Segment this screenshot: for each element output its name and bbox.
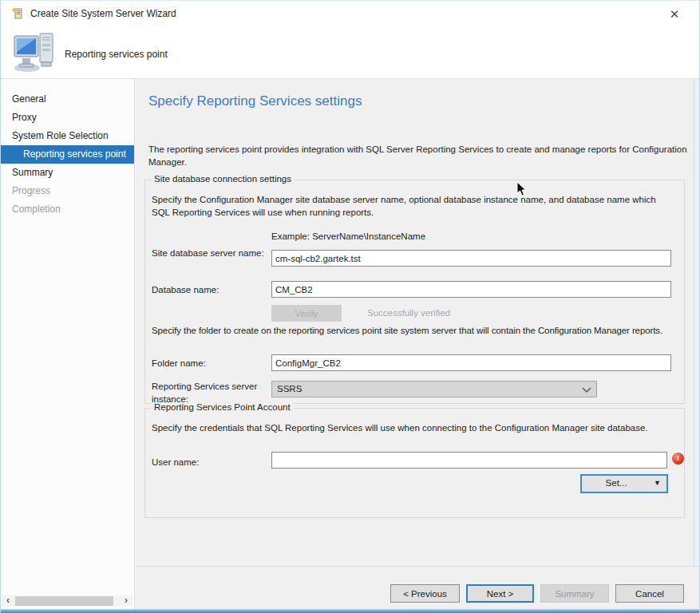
sidebar-horizontal-scrollbar[interactable]: ‹ ›	[2, 595, 132, 607]
wizard-content: Specify Reporting Services settings The …	[136, 79, 694, 566]
server-name-example-label: Example: ServerName\InstanceName	[271, 231, 425, 241]
username-input[interactable]	[271, 452, 667, 469]
summary-button: Summary	[540, 584, 609, 603]
sidebar-item-progress: Progress	[1, 182, 134, 200]
error-icon: !	[672, 453, 684, 465]
window-right-edge	[694, 79, 699, 610]
sidebar-item-general[interactable]: General	[1, 90, 134, 109]
scroll-left-icon[interactable]: ‹	[2, 595, 14, 607]
computer-icon	[13, 30, 59, 76]
reporting-instance-dropdown[interactable]: SSRS	[271, 381, 597, 397]
wizard-window: Create Site System Server Wizard ✕ Repor…	[0, 0, 700, 613]
wizard-app-icon	[11, 7, 24, 20]
sidebar-item-proxy[interactable]: Proxy	[1, 109, 134, 127]
server-name-label: Site database server name:	[152, 247, 265, 260]
folder-instruction-text: Specify the folder to create on the repo…	[152, 326, 662, 335]
mouse-cursor	[516, 181, 527, 196]
next-button[interactable]: Next >	[466, 584, 534, 603]
wizard-steps-sidebar: General Proxy System Role Selection Repo…	[1, 79, 135, 610]
reporting-instance-value: SSRS	[277, 384, 302, 394]
wizard-header: Reporting services point	[1, 27, 699, 78]
site-database-groupbox: Site database connection settings Specif…	[144, 180, 685, 404]
sidebar-item-reporting-services-point[interactable]: Reporting services point	[1, 145, 134, 164]
server-name-input[interactable]	[271, 250, 671, 267]
wizard-page-subtitle: Reporting services point	[65, 49, 168, 60]
previous-button[interactable]: < Previous	[390, 584, 460, 603]
verify-button: Verify	[271, 305, 342, 322]
site-database-description: Specify the Configuration Manager site d…	[152, 193, 672, 219]
page-intro-text: The reporting services point provides in…	[148, 143, 690, 168]
account-description: Specify the credentials that SQL Reporti…	[152, 421, 678, 434]
chevron-down-icon	[582, 386, 591, 395]
titlebar: Create Site System Server Wizard ✕	[1, 1, 699, 27]
dropdown-arrow-icon: ▼	[654, 479, 661, 487]
database-name-label: Database name:	[152, 284, 265, 297]
site-database-groupbox-title: Site database connection settings	[151, 174, 295, 184]
folder-name-label: Folder name:	[152, 358, 265, 370]
close-icon[interactable]: ✕	[666, 6, 682, 22]
folder-name-input[interactable]	[271, 354, 671, 371]
scroll-right-icon[interactable]: ›	[121, 595, 132, 607]
scrollbar-thumb[interactable]	[15, 596, 113, 606]
account-groupbox-title: Reporting Services Point Account	[151, 402, 294, 412]
set-account-button[interactable]: Set... ▼	[580, 474, 668, 493]
footer: < Previous Next > Summary Cancel	[136, 567, 699, 610]
database-name-input[interactable]	[271, 281, 671, 298]
page-title: Specify Reporting Services settings	[148, 93, 362, 109]
set-account-button-label: Set...	[582, 478, 651, 488]
window-title: Create Site System Server Wizard	[30, 8, 176, 19]
sidebar-item-system-role-selection[interactable]: System Role Selection	[1, 127, 134, 145]
username-label: User name:	[152, 457, 265, 469]
window-bottom-accent	[1, 609, 699, 613]
sidebar-item-completion: Completion	[1, 200, 134, 219]
sidebar-item-summary[interactable]: Summary	[1, 164, 134, 182]
verify-status-text: Successfully verified	[367, 308, 450, 318]
account-groupbox: Reporting Services Point Account Specify…	[144, 408, 685, 518]
cancel-button[interactable]: Cancel	[615, 584, 684, 603]
